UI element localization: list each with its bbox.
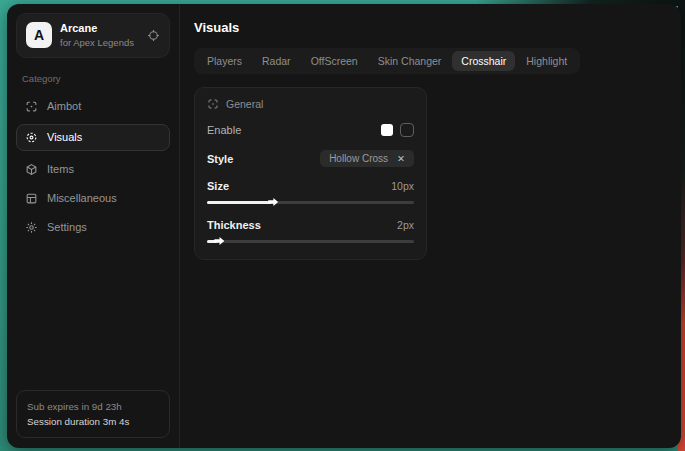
panel-header-label: General [226,98,263,110]
category-label: Category [22,73,164,84]
app-window: A Arcane for Apex Legends Category Aimbo [7,4,681,448]
enable-row: Enable [207,123,414,137]
tab-bar: Players Radar OffScreen Skin Changer Cro… [194,48,580,74]
sidebar-item-visuals[interactable]: Visuals [16,124,170,151]
size-row: Size 10px [207,180,414,192]
size-slider-thumb[interactable] [268,198,278,206]
sidebar-item-label: Items [47,163,74,175]
tab-crosshair[interactable]: Crosshair [452,51,515,71]
size-label: Size [207,180,229,192]
brand-text: Arcane for Apex Legends [60,22,139,49]
brand-title: Arcane [60,22,139,36]
style-label: Style [207,153,233,165]
misc-grid-icon [25,192,38,205]
sidebar-item-label: Settings [47,221,87,233]
main-content: Visuals Players Radar OffScreen Skin Cha… [180,4,681,448]
enable-controls [381,123,414,137]
tab-players[interactable]: Players [198,51,251,71]
color-swatch[interactable] [381,124,393,136]
scan-crosshair-icon [207,98,219,110]
page-title: Visuals [194,20,667,35]
sub-expires-text: Sub expires in 9d 23h [27,399,159,414]
visuals-eye-icon [25,131,38,144]
tab-skin-changer[interactable]: Skin Changer [369,51,451,71]
x-close-icon[interactable]: ✕ [397,153,405,164]
enable-checkbox[interactable] [400,123,414,137]
crosshair-icon[interactable] [147,29,160,42]
panel-header: General [207,98,414,110]
sidebar: A Arcane for Apex Legends Category Aimbo [7,4,180,448]
subscription-info-card: Sub expires in 9d 23h Session duration 3… [16,390,170,438]
enable-label: Enable [207,124,241,136]
size-slider-fill [207,201,271,204]
style-select-tag[interactable]: Hollow Cross ✕ [320,150,414,167]
brand-subtitle: for Apex Legends [60,37,139,49]
tab-radar[interactable]: Radar [253,51,300,71]
session-duration-text: Session duration 3m 4s [27,414,159,429]
thickness-slider-track [207,240,414,243]
settings-gear-icon [25,221,38,234]
tab-offscreen[interactable]: OffScreen [302,51,367,71]
size-value: 10px [391,180,414,192]
aimbot-crosshair-icon [25,100,38,113]
thickness-value: 2px [397,219,414,231]
style-row: Style Hollow Cross ✕ [207,150,414,167]
thickness-row: Thickness 2px [207,219,414,231]
size-slider[interactable] [207,198,414,206]
tab-highlight[interactable]: Highlight [517,51,576,71]
brand-card: A Arcane for Apex Legends [16,13,170,58]
sidebar-item-label: Aimbot [47,100,81,112]
style-value: Hollow Cross [329,153,388,164]
sidebar-item-label: Miscellaneous [47,192,117,204]
items-box-icon [25,163,38,176]
general-panel: General Enable Style Hollow Cross ✕ [194,87,427,260]
thickness-label: Thickness [207,219,261,231]
thickness-slider-thumb[interactable] [214,237,224,245]
brand-logo: A [26,22,52,48]
sidebar-spacer [16,242,170,390]
sidebar-item-settings[interactable]: Settings [16,214,170,241]
sidebar-item-miscellaneous[interactable]: Miscellaneous [16,185,170,212]
sidebar-item-label: Visuals [47,131,82,143]
sidebar-item-aimbot[interactable]: Aimbot [16,93,170,120]
thickness-slider[interactable] [207,237,414,245]
sidebar-item-items[interactable]: Items [16,156,170,183]
